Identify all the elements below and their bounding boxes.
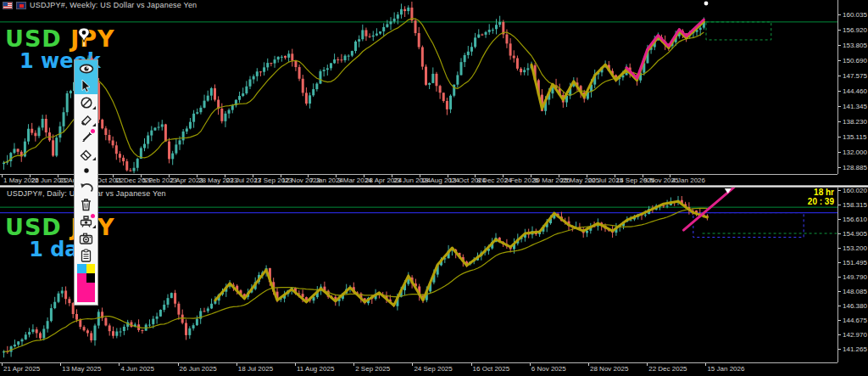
drawing-toolbar[interactable] xyxy=(74,59,98,306)
weekly-date-axis[interactable]: 1 May 202226 Jun 202221 Aug 202216 Oct 2… xyxy=(0,174,837,186)
candle-countdown-timer: 18 hr 20 : 39 xyxy=(808,188,834,206)
tool-stamp-icon[interactable] xyxy=(75,213,97,230)
price-tick-label: 142.970 xyxy=(838,331,867,339)
jpy-flag-icon xyxy=(16,2,26,9)
price-tick-label: 148.085 xyxy=(838,288,867,295)
date-tick-label: 21 Apr 2025 xyxy=(2,365,40,373)
palette-color-swatch[interactable] xyxy=(77,273,86,283)
price-tick-label: 144.460 xyxy=(838,87,867,95)
price-tick-label: 160.035 xyxy=(838,11,867,19)
tool-current-color-swatch[interactable] xyxy=(75,283,97,305)
price-tick-label: 135.115 xyxy=(838,133,866,141)
tool-active-dot xyxy=(91,214,95,218)
price-tick-label: 138.230 xyxy=(838,118,867,126)
date-tick-label: 16 Oct 2025 xyxy=(471,365,510,373)
chart-weekly-titlebar: USDJPY#, Weekly: US Dollar vs Japanese Y… xyxy=(0,0,197,10)
date-tick-label: 6 Nov 2025 xyxy=(530,365,566,373)
date-tick-label: 24 Sep 2025 xyxy=(412,365,452,373)
tool-clipboard-icon[interactable] xyxy=(75,247,97,264)
date-tick-label: 11 Aug 2025 xyxy=(295,365,334,373)
weekly-plot-area[interactable] xyxy=(0,0,837,174)
tool-pencil-icon[interactable] xyxy=(75,128,97,145)
date-tick-label: 2 Sep 2025 xyxy=(353,365,390,373)
marker-dot xyxy=(704,2,709,6)
price-tick-label: 150.690 xyxy=(838,57,867,65)
chart-daily[interactable]: USDJPY#, Daily: US Dollar vs Japanese Ye… xyxy=(0,185,868,376)
current-color xyxy=(77,283,95,302)
price-tick-label: 153.805 xyxy=(838,42,867,49)
price-tick-label: 147.575 xyxy=(838,72,867,80)
pin-icon[interactable] xyxy=(75,27,93,59)
tool-flyout-corner xyxy=(92,225,96,228)
tool-palette-icon[interactable] xyxy=(75,264,97,283)
price-tick-label: 132.000 xyxy=(838,149,867,156)
zigzag-olive xyxy=(215,201,708,306)
price-tick-label: 160.020 xyxy=(838,187,867,194)
date-tick-label: 4 Jan 2026 xyxy=(670,177,705,184)
daily-date-axis[interactable]: 21 Apr 202513 May 20254 Jun 202526 Jun 2… xyxy=(0,362,837,376)
tool-trash-icon[interactable] xyxy=(75,196,97,213)
tool-no-draw-icon[interactable] xyxy=(75,94,97,111)
projection-box-green xyxy=(706,22,771,40)
date-tick-label: 13 May 2025 xyxy=(60,365,101,373)
palette-color-swatch[interactable] xyxy=(86,273,96,283)
window-splitter[interactable] xyxy=(0,185,868,188)
usd-flag-icon xyxy=(3,2,13,9)
moving-average-line xyxy=(4,19,704,163)
date-tick-label: 28 Nov 2025 xyxy=(588,365,628,373)
price-tick-label: 149.790 xyxy=(838,273,867,281)
weekly-price-axis[interactable]: 160.035156.920153.805150.690147.575144.4… xyxy=(837,0,868,174)
terminal-window: USDJPY#, Weekly: US Dollar vs Japanese Y… xyxy=(0,0,868,376)
tool-camera-icon[interactable] xyxy=(75,230,97,247)
price-tick-label: 158.315 xyxy=(838,201,867,209)
price-tick-label: 153.200 xyxy=(838,244,867,252)
tool-flyout-corner xyxy=(92,123,96,126)
tool-undo-icon[interactable] xyxy=(75,179,97,196)
price-tick-label: 154.905 xyxy=(838,230,867,238)
chart-weekly-title: USDJPY#, Weekly: US Dollar vs Japanese Y… xyxy=(30,1,197,9)
date-tick-label: 4 Jun 2025 xyxy=(119,365,154,373)
tool-eraser-icon[interactable] xyxy=(75,145,97,162)
price-tick-label: 146.380 xyxy=(838,302,867,310)
tool-cursor-icon[interactable] xyxy=(75,77,97,94)
tool-eye-icon[interactable] xyxy=(75,60,97,77)
chart-weekly[interactable]: USDJPY#, Weekly: US Dollar vs Japanese Y… xyxy=(0,0,868,185)
daily-plot-area[interactable] xyxy=(0,185,837,362)
palette-color-swatch[interactable] xyxy=(86,264,96,273)
tool-highlighter-icon[interactable] xyxy=(75,111,97,128)
tool-flyout-corner xyxy=(92,157,96,160)
price-tick-label: 141.345 xyxy=(838,103,867,110)
date-tick-label: 18 Jul 2025 xyxy=(236,365,273,373)
date-tick-label: 26 Jun 2025 xyxy=(178,365,217,373)
price-tick-label: 151.495 xyxy=(838,259,867,267)
price-tick-label: 156.610 xyxy=(838,216,867,223)
tool-dot-icon[interactable] xyxy=(75,162,97,179)
tool-active-dot xyxy=(91,129,95,133)
zigzag-olive xyxy=(531,21,704,109)
price-tick-label: 156.920 xyxy=(838,26,867,34)
date-tick-label: 15 Jan 2026 xyxy=(705,365,744,373)
price-tick-label: 128.885 xyxy=(838,164,867,171)
palette-color-swatch[interactable] xyxy=(77,264,86,273)
daily-price-axis[interactable]: 160.020158.315156.610154.905153.200151.4… xyxy=(837,188,868,362)
price-tick-label: 141.265 xyxy=(838,345,867,353)
price-tick-label: 144.675 xyxy=(838,317,867,324)
date-tick-label: 22 Dec 2025 xyxy=(647,365,687,373)
tool-flyout-corner xyxy=(92,106,96,109)
